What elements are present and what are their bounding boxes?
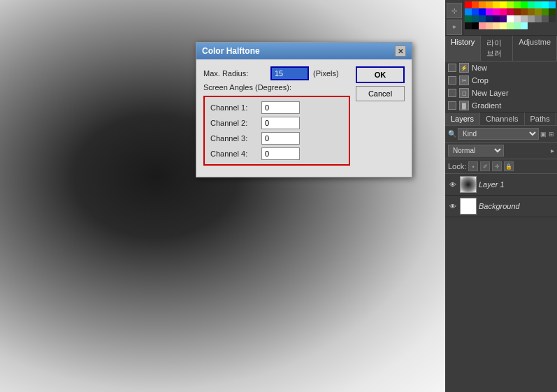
swatch[interactable] bbox=[479, 1, 486, 8]
swatch[interactable] bbox=[542, 1, 549, 8]
max-radius-label: Max. Radius: bbox=[203, 69, 266, 78]
lock-move-icon[interactable]: ✛ bbox=[492, 161, 502, 171]
swatch[interactable] bbox=[521, 15, 528, 22]
history-item-label: New Layer bbox=[472, 89, 509, 97]
tab-layers[interactable]: Layers bbox=[445, 112, 480, 125]
swatch[interactable] bbox=[493, 1, 500, 8]
swatch[interactable] bbox=[549, 1, 556, 8]
ok-button[interactable]: OK bbox=[356, 66, 405, 83]
layer-item-background[interactable]: 👁 Background bbox=[445, 196, 557, 217]
dialog-content: Max. Radius: (Pixels) Screen Angles (Deg… bbox=[203, 66, 405, 170]
swatch[interactable] bbox=[507, 15, 514, 22]
layers-panel: Layers Channels Paths 🔍 Kind ▣ ⊞ Normal … bbox=[445, 112, 557, 392]
history-item[interactable]: ◻ New Layer bbox=[445, 87, 557, 99]
swatch[interactable] bbox=[486, 1, 493, 8]
swatch[interactable] bbox=[472, 15, 479, 22]
swatch[interactable] bbox=[528, 1, 535, 8]
swatch[interactable] bbox=[493, 8, 500, 15]
swatch[interactable] bbox=[486, 15, 493, 22]
swatch[interactable] bbox=[514, 1, 521, 8]
history-item[interactable]: ⚡ New bbox=[445, 61, 557, 74]
kind-select[interactable]: Kind bbox=[458, 128, 539, 140]
channel3-input[interactable] bbox=[261, 132, 300, 145]
tab-history[interactable]: History bbox=[445, 36, 481, 61]
history-checkbox[interactable] bbox=[448, 101, 456, 110]
swatch[interactable] bbox=[500, 22, 507, 29]
swatch[interactable] bbox=[486, 22, 493, 29]
swatch[interactable] bbox=[514, 8, 521, 15]
transform-tool-icon[interactable]: ⌖ bbox=[447, 20, 462, 35]
swatch[interactable] bbox=[500, 15, 507, 22]
swatch[interactable] bbox=[507, 8, 514, 15]
swatch[interactable] bbox=[472, 8, 479, 15]
opacity-label: ▸ bbox=[551, 147, 554, 154]
swatch[interactable] bbox=[493, 15, 500, 22]
swatch[interactable] bbox=[521, 1, 528, 8]
swatch[interactable] bbox=[542, 15, 549, 22]
swatch[interactable] bbox=[465, 22, 472, 29]
swatch[interactable] bbox=[479, 22, 486, 29]
tab-adjustments[interactable]: Adjustme bbox=[513, 36, 557, 61]
channel2-row: Channel 2: bbox=[210, 117, 343, 129]
cancel-button[interactable]: Cancel bbox=[356, 86, 405, 101]
swatch[interactable] bbox=[514, 15, 521, 22]
swatch[interactable] bbox=[500, 1, 507, 8]
filter-icons: ▣ ⊞ bbox=[540, 131, 554, 138]
swatch[interactable] bbox=[549, 15, 556, 22]
max-radius-input[interactable] bbox=[270, 66, 309, 80]
lock-all-icon[interactable]: 🔒 bbox=[504, 161, 514, 171]
channel2-label: Channel 2: bbox=[210, 119, 256, 127]
channel1-input[interactable] bbox=[261, 101, 300, 114]
dialog-close-button[interactable]: ✕ bbox=[395, 45, 406, 57]
swatch[interactable] bbox=[521, 8, 528, 15]
background-visibility-icon[interactable]: 👁 bbox=[448, 201, 458, 211]
layers-search-row: 🔍 Kind ▣ ⊞ bbox=[445, 126, 557, 143]
swatch[interactable] bbox=[514, 22, 521, 29]
blend-mode-select[interactable]: Normal bbox=[448, 145, 504, 157]
swatch[interactable] bbox=[479, 8, 486, 15]
channel4-input[interactable] bbox=[261, 147, 300, 160]
swatch[interactable] bbox=[535, 1, 542, 8]
tab-channels[interactable]: Channels bbox=[480, 112, 524, 125]
swatch[interactable] bbox=[507, 1, 514, 8]
move-tool-icon[interactable]: ⊹ bbox=[447, 3, 462, 18]
swatch[interactable] bbox=[486, 8, 493, 15]
swatch[interactable] bbox=[535, 15, 542, 22]
swatch[interactable] bbox=[542, 8, 549, 15]
channel2-input[interactable] bbox=[261, 117, 300, 129]
tab-library[interactable]: 라이브러 bbox=[481, 36, 513, 61]
swatch[interactable] bbox=[549, 8, 556, 15]
layer1-visibility-icon[interactable]: 👁 bbox=[448, 180, 458, 189]
swatch[interactable] bbox=[493, 22, 500, 29]
history-panel: History 라이브러 Adjustme ⚡ New ✂ Crop ◻ New… bbox=[445, 36, 557, 112]
swatch[interactable] bbox=[521, 22, 528, 29]
swatch[interactable] bbox=[465, 15, 472, 22]
swatch[interactable] bbox=[507, 22, 514, 29]
channel-fields: Channel 1: Channel 2: Channel 3: bbox=[203, 96, 350, 166]
dialog-fields: Max. Radius: (Pixels) Screen Angles (Deg… bbox=[203, 66, 350, 170]
history-checkbox[interactable] bbox=[448, 76, 456, 85]
lock-pixels-icon[interactable]: ▪ bbox=[468, 161, 478, 171]
channel4-label: Channel 4: bbox=[210, 150, 256, 158]
swatch[interactable] bbox=[528, 8, 535, 15]
dialog-overlay: Color Halftone ✕ Max. Radius: (Pixels) S… bbox=[0, 0, 445, 392]
history-item[interactable]: ✂ Crop bbox=[445, 74, 557, 87]
lock-position-icon[interactable]: ✐ bbox=[480, 161, 490, 171]
swatch[interactable] bbox=[465, 8, 472, 15]
history-item-label: Gradient bbox=[472, 101, 501, 110]
swatch[interactable] bbox=[500, 8, 507, 15]
swatch[interactable] bbox=[479, 15, 486, 22]
canvas: Color Halftone ✕ Max. Radius: (Pixels) S… bbox=[0, 0, 445, 392]
swatch[interactable] bbox=[528, 15, 535, 22]
history-item[interactable]: ▓ Gradient bbox=[445, 99, 557, 112]
layer-item-layer1[interactable]: 👁 Layer 1 bbox=[445, 174, 557, 196]
swatch[interactable] bbox=[472, 1, 479, 8]
swatch[interactable] bbox=[472, 22, 479, 29]
tab-paths[interactable]: Paths bbox=[525, 112, 556, 125]
swatch[interactable] bbox=[535, 8, 542, 15]
layers-tabs: Layers Channels Paths bbox=[445, 112, 557, 126]
history-item-label: New bbox=[472, 64, 487, 72]
swatch[interactable] bbox=[465, 1, 472, 8]
history-checkbox[interactable] bbox=[448, 89, 456, 97]
history-checkbox[interactable] bbox=[448, 64, 456, 72]
